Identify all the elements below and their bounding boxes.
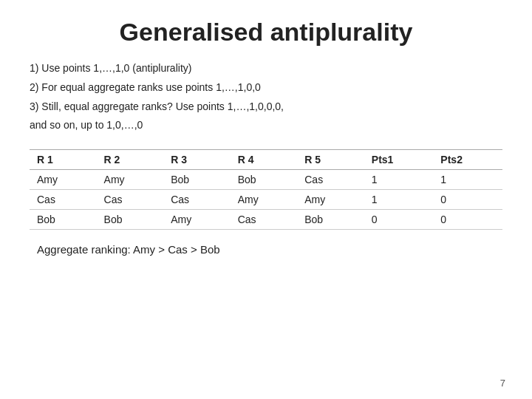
desc-line3b: and so on, up to 1,0,…,0 xyxy=(30,117,502,134)
table-cell: Cas xyxy=(30,190,97,210)
table-row: CasCasCasAmyAmy10 xyxy=(30,190,502,210)
table-cell: Cas xyxy=(231,210,298,230)
table-row: AmyAmyBobBobCas11 xyxy=(30,170,502,190)
table-cell: 0 xyxy=(433,210,502,230)
table-header-cell: R 4 xyxy=(231,150,298,170)
table-cell: Bob xyxy=(30,210,97,230)
table-body: AmyAmyBobBobCas11CasCasCasAmyAmy10BobBob… xyxy=(30,170,502,230)
table-cell: Bob xyxy=(231,170,298,190)
slide: Generalised antiplurality 1) Use points … xyxy=(0,0,532,399)
desc-line2: 2) For equal aggregate ranks use points … xyxy=(30,79,502,97)
page-number: 7 xyxy=(500,378,505,389)
table-cell: Bob xyxy=(297,210,364,230)
table-cell: Cas xyxy=(297,170,364,190)
table-header-cell: R 3 xyxy=(163,150,231,170)
table-cell: Amy xyxy=(297,190,364,210)
table-cell: Amy xyxy=(231,190,298,210)
table-header-cell: R 5 xyxy=(297,150,364,170)
table-cell: Bob xyxy=(163,170,231,190)
table-cell: 0 xyxy=(433,190,502,210)
table-header-cell: R 1 xyxy=(30,150,97,170)
aggregate-ranking: Aggregate ranking: Amy > Cas > Bob xyxy=(37,243,502,256)
table-cell: Cas xyxy=(163,190,231,210)
description-block: 1) Use points 1,…,1,0 (antiplurality) 2)… xyxy=(30,60,502,136)
table-header-row: R 1R 2R 3R 4R 5Pts1Pts2 xyxy=(30,150,502,170)
table-header-cell: Pts2 xyxy=(433,150,502,170)
table-cell: 0 xyxy=(364,210,434,230)
table-cell: 1 xyxy=(433,170,502,190)
ranking-table: R 1R 2R 3R 4R 5Pts1Pts2 AmyAmyBobBobCas1… xyxy=(30,149,502,230)
table-header-cell: Pts1 xyxy=(364,150,434,170)
table-cell: Amy xyxy=(97,170,164,190)
table-cell: Bob xyxy=(97,210,164,230)
table-cell: 1 xyxy=(364,170,434,190)
table-row: BobBobAmyCasBob00 xyxy=(30,210,502,230)
table-cell: Amy xyxy=(163,210,231,230)
slide-title: Generalised antiplurality xyxy=(30,18,502,47)
table-header-cell: R 2 xyxy=(97,150,164,170)
desc-line1: 1) Use points 1,…,1,0 (antiplurality) xyxy=(30,60,502,78)
desc-line3: 3) Still, equal aggregate ranks? Use poi… xyxy=(30,98,502,116)
table-cell: Cas xyxy=(97,190,164,210)
table-cell: Amy xyxy=(30,170,97,190)
table-cell: 1 xyxy=(364,190,434,210)
